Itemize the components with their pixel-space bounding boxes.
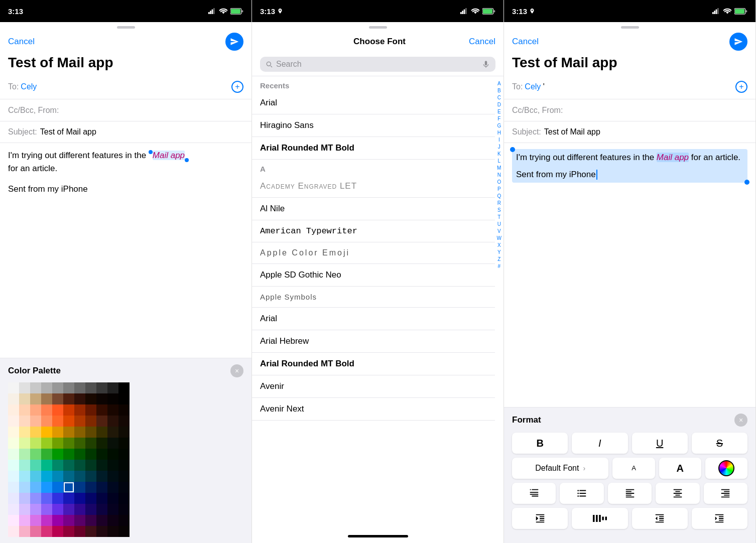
color-swatch-5-2[interactable]: [30, 438, 41, 449]
microphone-icon[interactable]: [481, 60, 490, 69]
bold-button[interactable]: B: [512, 433, 568, 454]
font-item-apple-symbols[interactable]: Apple Symbols: [252, 287, 495, 308]
color-swatch-12-6[interactable]: [74, 515, 85, 526]
color-swatch-1-8[interactable]: [96, 393, 107, 404]
color-swatch-9-7[interactable]: [85, 482, 96, 493]
color-swatch-8-3[interactable]: [41, 471, 52, 482]
color-swatch-5-0[interactable]: [8, 438, 19, 449]
font-size-increase-button[interactable]: A: [659, 458, 701, 479]
column-split-button[interactable]: [572, 508, 627, 529]
color-swatch-3-1[interactable]: [19, 416, 30, 427]
palette-close-button[interactable]: ×: [230, 364, 243, 377]
alpha-letter-m[interactable]: M: [497, 165, 501, 171]
color-swatch-10-1[interactable]: [19, 493, 30, 504]
color-swatch-13-2[interactable]: [30, 526, 41, 537]
alpha-letter-s[interactable]: S: [497, 207, 501, 213]
color-swatch-13-4[interactable]: [52, 526, 63, 537]
color-swatch-2-10[interactable]: [118, 404, 130, 416]
color-swatch-3-6[interactable]: [74, 416, 85, 427]
color-swatch-1-10[interactable]: [118, 393, 130, 404]
color-swatch-11-8[interactable]: [96, 504, 107, 515]
color-swatch-6-3[interactable]: [41, 449, 52, 460]
alpha-letter-#[interactable]: #: [497, 263, 500, 269]
color-swatch-10-4[interactable]: [52, 493, 63, 504]
italic-button[interactable]: I: [572, 433, 627, 454]
color-swatch-2-6[interactable]: [74, 404, 85, 416]
color-swatch-0-8[interactable]: [96, 382, 107, 393]
color-swatch-3-9[interactable]: [107, 416, 118, 427]
send-button-1[interactable]: [225, 33, 243, 51]
alpha-letter-q[interactable]: Q: [497, 193, 501, 199]
font-item-al-nile[interactable]: Al Nile: [252, 198, 495, 220]
font-item-apple-sd[interactable]: Apple SD Gothic Neo: [252, 264, 495, 287]
color-swatch-7-1[interactable]: [19, 460, 30, 471]
color-swatch-4-4[interactable]: [52, 427, 63, 438]
list-dedent-button[interactable]: [632, 508, 688, 529]
color-swatch-1-0[interactable]: [8, 393, 19, 404]
color-swatch-5-6[interactable]: [74, 438, 85, 449]
color-swatch-12-4[interactable]: [52, 515, 63, 526]
color-swatch-2-2[interactable]: [30, 404, 41, 416]
alpha-letter-g[interactable]: G: [497, 122, 501, 129]
color-swatch-8-10[interactable]: [118, 471, 130, 482]
color-picker-button[interactable]: [705, 458, 747, 479]
cancel-button-3[interactable]: Cancel: [512, 37, 539, 47]
color-swatch-9-2[interactable]: [30, 482, 41, 493]
color-swatch-11-1[interactable]: [19, 504, 30, 515]
color-swatch-5-3[interactable]: [41, 438, 52, 449]
align-right-button[interactable]: [704, 483, 747, 504]
strikethrough-button[interactable]: S: [692, 433, 747, 454]
color-swatch-3-3[interactable]: [41, 416, 52, 427]
alpha-letter-x[interactable]: X: [497, 242, 501, 248]
alpha-letter-b[interactable]: B: [497, 87, 501, 94]
color-swatch-7-2[interactable]: [30, 460, 41, 471]
color-swatch-11-0[interactable]: [8, 504, 19, 515]
alpha-letter-z[interactable]: Z: [497, 256, 500, 262]
color-swatch-6-1[interactable]: [19, 449, 30, 460]
color-swatch-8-2[interactable]: [30, 471, 41, 482]
color-swatch-9-3[interactable]: [41, 482, 52, 493]
color-swatch-0-9[interactable]: [107, 382, 118, 393]
send-button-3[interactable]: [729, 33, 747, 51]
color-swatch-6-4[interactable]: [52, 449, 63, 460]
alpha-letter-l[interactable]: L: [497, 158, 500, 164]
color-swatch-13-8[interactable]: [96, 526, 107, 537]
color-swatch-1-2[interactable]: [30, 393, 41, 404]
color-swatch-9-0[interactable]: [8, 482, 19, 493]
alpha-letter-w[interactable]: W: [497, 235, 501, 241]
alpha-letter-j[interactable]: J: [498, 144, 500, 150]
color-swatch-1-4[interactable]: [52, 393, 63, 404]
color-swatch-0-0[interactable]: [8, 382, 19, 393]
color-swatch-11-5[interactable]: [63, 504, 74, 515]
alpha-letter-d[interactable]: D: [497, 101, 501, 108]
color-swatch-5-10[interactable]: [118, 438, 130, 449]
color-swatch-4-3[interactable]: [41, 427, 52, 438]
color-swatch-9-5[interactable]: [63, 482, 74, 493]
color-swatch-6-0[interactable]: [8, 449, 19, 460]
color-swatch-7-10[interactable]: [118, 460, 130, 471]
color-swatch-7-4[interactable]: [52, 460, 63, 471]
color-swatch-9-8[interactable]: [96, 482, 107, 493]
color-swatch-13-10[interactable]: [118, 526, 130, 537]
color-swatch-10-2[interactable]: [30, 493, 41, 504]
color-swatch-2-3[interactable]: [41, 404, 52, 416]
color-swatch-6-9[interactable]: [107, 449, 118, 460]
alpha-letter-i[interactable]: I: [498, 137, 500, 143]
color-swatch-4-5[interactable]: [63, 427, 74, 438]
alpha-letter-f[interactable]: F: [497, 115, 500, 122]
color-swatch-7-9[interactable]: [107, 460, 118, 471]
color-swatch-7-3[interactable]: [41, 460, 52, 471]
color-swatch-3-2[interactable]: [30, 416, 41, 427]
color-swatch-7-5[interactable]: [63, 460, 74, 471]
color-swatch-2-1[interactable]: [19, 404, 30, 416]
color-swatch-0-3[interactable]: [41, 382, 52, 393]
color-swatch-3-0[interactable]: [8, 416, 19, 427]
color-swatch-10-7[interactable]: [85, 493, 96, 504]
font-item-avenir[interactable]: Avenir: [252, 375, 495, 398]
color-swatch-13-6[interactable]: [74, 526, 85, 537]
color-swatch-0-1[interactable]: [19, 382, 30, 393]
color-swatch-0-2[interactable]: [30, 382, 41, 393]
color-swatch-4-6[interactable]: [74, 427, 85, 438]
color-swatch-7-0[interactable]: [8, 460, 19, 471]
color-swatch-3-7[interactable]: [85, 416, 96, 427]
